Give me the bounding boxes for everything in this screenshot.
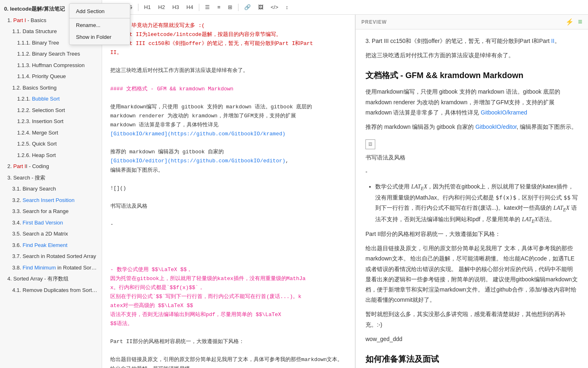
preview-para-1: 3. Part III cc150和《剑指offer》的笔记，暂无，有可能分散到…: [365, 36, 578, 46]
preview-menu-icon[interactable]: ≡: [578, 18, 582, 26]
sidebar-item-20[interactable]: 3.5. Search a 2D Matrix: [0, 228, 102, 240]
toolbar-divider-2: [199, 4, 199, 11]
sidebar-item-10[interactable]: 1.2.3. Insertion Sort: [0, 116, 102, 127]
preview-para-7: 给出题目链接及原文，引用的原文部分简单起见我用了 文本，具体可参考我的那些mar…: [365, 243, 578, 305]
sidebar-item-23[interactable]: 3.8. Find Minimum in Rotated Sorted Arra…: [0, 262, 102, 274]
table-button[interactable]: ⊞: [225, 3, 235, 11]
sort-button[interactable]: ↕: [283, 3, 291, 11]
preview-latex-2: LATEX: [553, 205, 569, 211]
preview-heading-interview: 如何准备算法及面试: [365, 352, 578, 366]
h1-button[interactable]: H1: [142, 3, 154, 11]
menu-divider: [69, 18, 130, 18]
toolbar-divider-3: [238, 4, 238, 11]
sidebar-item-15[interactable]: 3. Search - 搜索: [0, 172, 102, 184]
preview-para-dash: -: [365, 167, 578, 177]
show-in-folder-menu-item[interactable]: Show in Folder: [69, 31, 130, 43]
preview-latex-1: LATEX: [411, 184, 427, 190]
sidebar-item-24[interactable]: 4. Sorted Array - 有序数组: [0, 273, 102, 285]
sidebar-item-8[interactable]: 1.2.1. Bubble Sort: [0, 93, 102, 105]
link-button[interactable]: 🔗: [242, 3, 253, 11]
sidebar: 0. leetcode题解/算法笔记1. Part I - Basics1.1.…: [0, 0, 102, 368]
preview-para-3: 使用markdown编写，只使用 gitbook 支持的 markdown 语法…: [365, 87, 578, 118]
sidebar-item-16[interactable]: 3.1. Binary Search: [0, 183, 102, 195]
toolbar: B I S H1 H2 H3 H4 ☰ ≡ ⊞ 🔗 🖼 </> ↕: [102, 0, 588, 15]
sidebar-item-5[interactable]: 1.1.3. Huffman Compression: [0, 60, 102, 71]
preview-header: PREVIEW ⚡ ≡: [356, 15, 588, 29]
preview-latex-3: LATEX: [522, 216, 538, 222]
preview-content: 3. Part III cc150和《剑指offer》的笔记，暂无，有可能分散到…: [356, 29, 588, 368]
sidebar-item-22[interactable]: 3.7. Search in Rotated Sorted Array: [0, 251, 102, 262]
h3-button[interactable]: H3: [170, 3, 182, 11]
preview-para-6: Part II部分的风格相对容易统一，大致遵循如下风格：: [365, 229, 578, 239]
sidebar-item-18[interactable]: 3.3. Search for a Range: [0, 206, 102, 217]
sidebar-item-19[interactable]: 3.4. First Bad Version: [0, 217, 102, 229]
preview-para-4: 推荐的 markdown 编辑器为 gitbook 自家的 GitbookIO/…: [365, 122, 578, 132]
preview-para-2: 把这三块吃透后对付找工作方面的算法应该是绰绰有余了。: [365, 50, 578, 61]
h2-button[interactable]: H2: [156, 3, 167, 11]
preview-image-placeholder: 🖼: [365, 139, 375, 149]
sidebar-item-9[interactable]: 1.2.2. Selection Sort: [0, 105, 102, 116]
lightning-icon[interactable]: ⚡: [566, 18, 574, 26]
content-area: 简单写，毕竟动力还有限就没写太多 :( 2. Part II为leetcode/…: [102, 15, 588, 368]
ul-button[interactable]: ☰: [203, 3, 212, 11]
sidebar-item-13[interactable]: 1.2.6. Heap Sort: [0, 150, 102, 161]
preview-math-item: 数学公式使用 LATEX，因为托管在gitbook上，所以就用了轻量级的kate…: [375, 182, 578, 226]
editor-area[interactable]: 简单写，毕竟动力还有限就没写太多 :( 2. Part II为leetcode/…: [102, 15, 355, 368]
image-button[interactable]: 🖼: [256, 3, 266, 11]
preview-username: wow_ged_ddd: [365, 334, 578, 344]
toolbar-divider-1: [138, 4, 138, 11]
sidebar-item-25[interactable]: 4.1. Remove Duplicates from Sorted Array: [0, 285, 102, 296]
sidebar-item-11[interactable]: 1.2.4. Merge Sort: [0, 127, 102, 139]
sidebar-item-17[interactable]: 3.2. Search Insert Position: [0, 195, 102, 206]
sidebar-item-12[interactable]: 1.2.5. Quick Sort: [0, 138, 102, 150]
preview-link-partii[interactable]: II: [551, 38, 555, 44]
preview-link-kramed[interactable]: GitbookIO/kramed: [481, 109, 527, 116]
sidebar-item-6[interactable]: 1.1.4. Priority Queue: [0, 71, 102, 82]
sidebar-item-4[interactable]: 1.1.2. Binary Search Trees: [0, 48, 102, 60]
preview-title: PREVIEW: [361, 19, 387, 25]
add-section-menu-item[interactable]: Add Section: [69, 5, 130, 17]
sidebar-item-7[interactable]: 1.2. Basics Sorting: [0, 82, 102, 94]
sidebar-item-21[interactable]: 3.6. Find Peak Element: [0, 240, 102, 251]
preview-heading-docformat: 文档格式 - GFM && kramdown Markdown: [365, 68, 578, 83]
h4-button[interactable]: H4: [184, 3, 196, 11]
sidebar-item-14[interactable]: 2. Part II - Coding: [0, 161, 102, 172]
preview-link-editor[interactable]: GitbookIO/editor: [475, 123, 517, 130]
code-button[interactable]: </>: [268, 3, 281, 11]
ol-button[interactable]: ≡: [215, 3, 223, 11]
preview-panel: PREVIEW ⚡ ≡ 3. Part III cc150和《剑指offer》的…: [355, 15, 588, 368]
context-menu: Add Section Rename... Show in Folder: [69, 3, 130, 45]
main-area: B I S H1 H2 H3 H4 ☰ ≡ ⊞ 🔗 🖼 </> ↕ 简单写，毕竟…: [102, 0, 588, 368]
preview-math-list: 数学公式使用 LATEX，因为托管在gitbook上，所以就用了轻量级的kate…: [375, 182, 578, 226]
editor-wrapper: 简单写，毕竟动力还有限就没写太多 :( 2. Part II为leetcode/…: [102, 15, 355, 368]
rename-menu-item[interactable]: Rename...: [69, 19, 130, 31]
preview-para-5: 书写语法及风格: [365, 153, 578, 163]
preview-para-8: 暂时就想到这么多，其实没那么多讲究啦，感觉看着清楚就好，其他想到的再补充。:-): [365, 309, 578, 330]
